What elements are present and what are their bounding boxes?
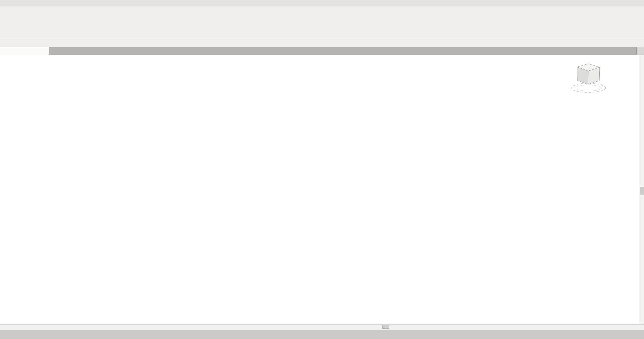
options-bar	[0, 38, 644, 47]
view-tab-filler	[49, 47, 636, 55]
horizontal-scroll-thumb[interactable]	[382, 325, 389, 329]
ribbon	[0, 6, 644, 38]
scroll-up-icon[interactable]	[639, 55, 644, 60]
view-cube[interactable]	[568, 63, 611, 97]
status-bar	[0, 330, 644, 339]
vertical-scrollbar[interactable]	[639, 55, 644, 330]
view-tab-004p[interactable]	[0, 47, 49, 55]
viewport-3d-view[interactable]	[0, 55, 639, 324]
vertical-scroll-thumb[interactable]	[640, 187, 644, 195]
building-3d-model	[0, 55, 639, 324]
view-tab-list-caret[interactable]	[636, 47, 644, 55]
revit-window	[0, 0, 644, 339]
view-tab-bar	[0, 47, 644, 55]
bottom-bar	[0, 324, 644, 330]
ribbon-tab-bar	[0, 0, 644, 6]
